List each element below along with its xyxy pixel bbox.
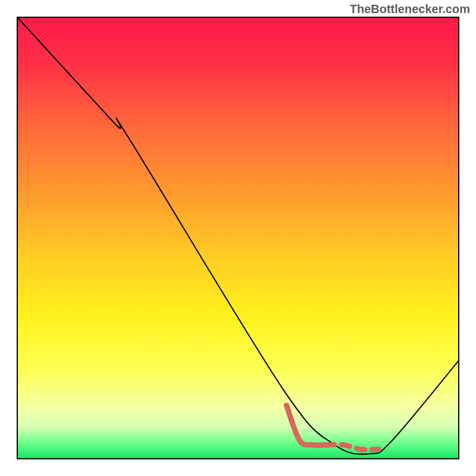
gradient-background [18, 18, 458, 458]
attribution-text: TheBottlenecker.com [350, 2, 470, 16]
chart-svg [18, 18, 458, 458]
chart-frame [17, 17, 459, 459]
chart-plot-area [18, 18, 458, 458]
